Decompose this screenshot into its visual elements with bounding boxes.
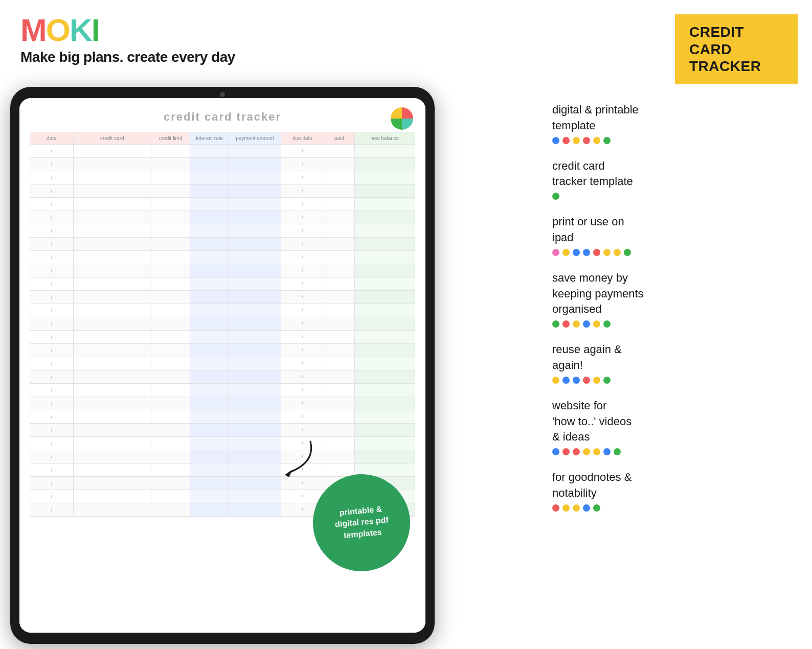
table-cell: / (30, 251, 74, 264)
dot-icon (583, 320, 590, 328)
table-cell: / (30, 397, 74, 410)
col-header-due-date: due date (281, 132, 324, 145)
table-cell (73, 277, 151, 291)
printable-badge-text: printable &digital res pdftemplates (328, 498, 395, 548)
table-cell: / (281, 224, 324, 238)
table-cell (190, 158, 229, 171)
table-cell: / (281, 410, 324, 424)
table-cell (190, 384, 229, 397)
table-cell: / (281, 171, 324, 184)
table-row: // (30, 424, 415, 437)
dot-icon (562, 504, 570, 512)
table-cell (229, 171, 281, 184)
tracker-title: credit card tracker (30, 110, 415, 124)
dot-icon (573, 448, 580, 455)
table-cell: / (281, 397, 324, 410)
feature-goodnotes: for goodnotes &notability (552, 470, 798, 512)
table-cell (354, 198, 415, 211)
table-cell (324, 224, 354, 238)
table-cell (354, 158, 415, 171)
col-header-interest-rate: interest rate (190, 132, 229, 145)
table-cell: / (281, 304, 324, 317)
table-cell: / (30, 463, 74, 477)
logo-i: I (92, 14, 99, 46)
table-cell (151, 397, 190, 410)
table-cell (151, 171, 190, 184)
table-cell (73, 344, 151, 357)
tagline: Make big plans. create every day (20, 49, 235, 65)
table-row: // (30, 251, 415, 264)
table-row: // (30, 331, 415, 344)
dot-icon (603, 137, 611, 144)
table-cell (190, 437, 229, 450)
table-cell (324, 344, 354, 357)
table-cell (190, 277, 229, 291)
table-cell: / (281, 277, 324, 291)
logo: M O K I (20, 14, 235, 46)
table-cell (229, 198, 281, 211)
table-cell (324, 357, 354, 370)
table-cell: / (281, 158, 324, 171)
table-cell: / (281, 370, 324, 384)
dot-icon (562, 137, 570, 144)
table-cell (73, 437, 151, 450)
table-cell (151, 277, 190, 291)
table-cell (190, 251, 229, 264)
table-cell (151, 145, 190, 158)
table-cell: / (30, 198, 74, 211)
table-cell (190, 477, 229, 490)
dot-icon (624, 249, 631, 256)
dot-icon (552, 377, 559, 384)
table-cell: / (281, 317, 324, 331)
table-cell (354, 331, 415, 344)
feature-text: website for'how to..' videos& ideas (552, 398, 798, 445)
feature-text: digital & printabletemplate (552, 102, 798, 134)
table-cell (190, 304, 229, 317)
table-cell: / (30, 490, 74, 503)
table-cell (73, 357, 151, 370)
table-row: // (30, 224, 415, 238)
feature-save: save money bykeeping paymentsorganised (552, 270, 798, 328)
dot-icon (593, 320, 600, 328)
table-cell (229, 291, 281, 304)
table-cell: / (281, 238, 324, 251)
table-cell (354, 370, 415, 384)
table-cell (229, 331, 281, 344)
table-cell: / (30, 450, 74, 463)
table-cell: / (30, 477, 74, 490)
table-row: // (30, 450, 415, 463)
dots-row (552, 377, 798, 384)
table-cell (73, 503, 151, 517)
table-cell (190, 171, 229, 184)
dot-icon (593, 377, 600, 384)
table-cell (151, 317, 190, 331)
table-cell (151, 357, 190, 370)
table-row: // (30, 304, 415, 317)
dot-icon (562, 448, 570, 455)
table-cell (324, 171, 354, 184)
feature-tracker: credit cardtracker template (552, 158, 798, 200)
table-cell: / (30, 424, 74, 437)
tablet-camera (220, 92, 225, 97)
table-row: // (30, 410, 415, 424)
table-cell: / (30, 357, 74, 370)
table-row: // (30, 238, 415, 251)
table-cell: / (30, 410, 74, 424)
dots-row (552, 448, 798, 455)
col-header-date: date (30, 132, 74, 145)
arrow-annotation (269, 431, 331, 484)
dot-icon (552, 137, 559, 144)
table-cell (354, 145, 415, 158)
table-cell: / (281, 357, 324, 370)
table-cell (190, 490, 229, 503)
table-cell (229, 357, 281, 370)
table-cell (354, 410, 415, 424)
table-cell: / (30, 344, 74, 357)
dot-icon (562, 377, 570, 384)
table-cell (229, 503, 281, 517)
table-cell (73, 490, 151, 503)
table-cell (354, 171, 415, 184)
header: M O K I Make big plans. create every day (20, 14, 235, 65)
table-cell (324, 304, 354, 317)
table-cell (354, 251, 415, 264)
